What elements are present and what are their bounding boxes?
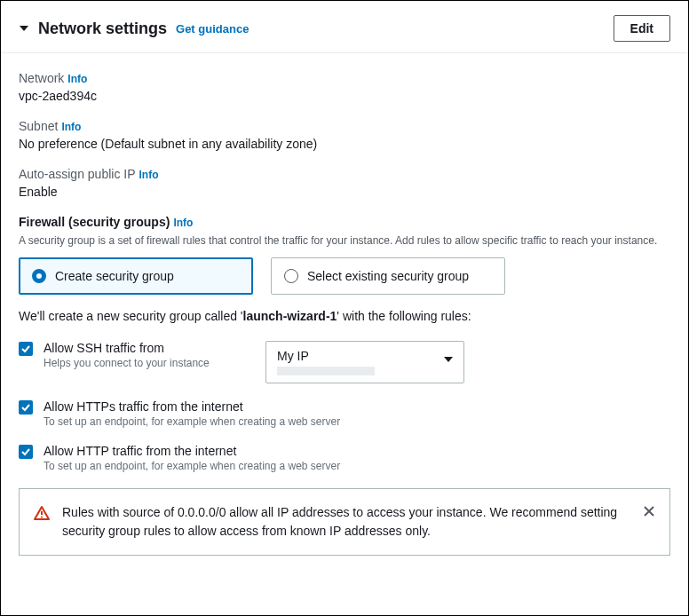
warning-icon xyxy=(34,505,50,524)
sg-name: launch-wizard-1 xyxy=(243,309,337,323)
security-group-choice: Create security group Select existing se… xyxy=(19,257,670,295)
get-guidance-link[interactable]: Get guidance xyxy=(176,22,249,36)
subnet-info-link[interactable]: Info xyxy=(61,121,81,133)
radio-selected-icon xyxy=(32,269,46,283)
subnet-label: Subnet xyxy=(19,119,58,133)
create-sg-label: Create security group xyxy=(55,269,174,283)
svg-point-1 xyxy=(41,517,43,518)
firewall-field: Firewall (security groups) Info A securi… xyxy=(19,215,670,556)
security-warning-alert: Rules with source of 0.0.0.0/0 allow all… xyxy=(19,488,670,556)
panel-title: Network settings xyxy=(38,20,167,38)
ssh-source-select-wrap: My IP xyxy=(265,341,464,383)
allow-ssh-label: Allow SSH traffic from xyxy=(44,341,265,355)
ssh-source-value: My IP xyxy=(277,349,453,363)
dropdown-caret-icon xyxy=(443,353,454,367)
allow-ssh-row: Allow SSH traffic from Helps you connect… xyxy=(19,341,670,383)
panel-header: Network settings Get guidance Edit xyxy=(1,1,688,53)
select-sg-label: Select existing security group xyxy=(307,269,469,283)
allow-ssh-help: Helps you connect to your instance xyxy=(44,357,265,369)
create-security-group-option[interactable]: Create security group xyxy=(19,257,253,295)
public-ip-info-link[interactable]: Info xyxy=(139,169,159,181)
radio-unselected-icon xyxy=(284,269,298,283)
network-field: Network Info vpc-2aed394c xyxy=(19,71,670,103)
network-label: Network xyxy=(19,71,64,85)
allow-http-row: Allow HTTP traffic from the internet To … xyxy=(19,444,670,472)
public-ip-label: Auto-assign public IP xyxy=(19,167,136,181)
allow-https-row: Allow HTTPs traffic from the internet To… xyxy=(19,399,670,428)
allow-https-help: To set up an endpoint, for example when … xyxy=(44,415,340,428)
network-info-link[interactable]: Info xyxy=(67,73,87,85)
select-existing-security-group-option[interactable]: Select existing security group xyxy=(271,257,505,295)
alert-text: Rules with source of 0.0.0.0/0 allow all… xyxy=(62,503,630,541)
allow-https-label: Allow HTTPs traffic from the internet xyxy=(44,399,340,414)
ssh-source-ip-placeholder xyxy=(277,367,375,375)
allow-http-checkbox[interactable] xyxy=(19,445,33,459)
allow-http-label: Allow HTTP traffic from the internet xyxy=(44,444,340,458)
allow-https-checkbox[interactable] xyxy=(19,400,33,415)
subnet-value: No preference (Default subnet in any ava… xyxy=(19,137,670,151)
network-settings-panel: Network settings Get guidance Edit Netwo… xyxy=(0,0,689,616)
public-ip-field: Auto-assign public IP Info Enable xyxy=(19,167,670,199)
public-ip-value: Enable xyxy=(19,185,670,199)
firewall-info-link[interactable]: Info xyxy=(173,217,193,229)
allow-ssh-checkbox[interactable] xyxy=(19,342,33,356)
collapse-caret-icon[interactable] xyxy=(19,23,29,34)
network-value: vpc-2aed394c xyxy=(19,89,670,103)
ssh-source-select[interactable]: My IP xyxy=(265,341,464,383)
allow-http-help: To set up an endpoint, for example when … xyxy=(44,460,340,472)
firewall-description: A security group is a set of firewall ru… xyxy=(19,233,670,249)
subnet-field: Subnet Info No preference (Default subne… xyxy=(19,119,670,151)
panel-body: Network Info vpc-2aed394c Subnet Info No… xyxy=(1,53,688,589)
alert-close-button[interactable] xyxy=(643,505,655,520)
create-sg-description: We'll create a new security group called… xyxy=(19,309,670,323)
firewall-label: Firewall (security groups) xyxy=(19,215,170,229)
edit-button[interactable]: Edit xyxy=(614,15,670,42)
